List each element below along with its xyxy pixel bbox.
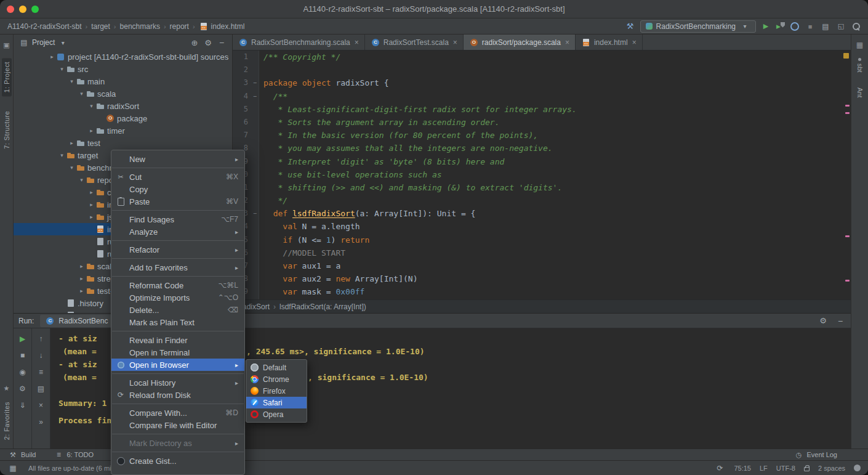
favorites-star-icon[interactable] bbox=[1, 383, 12, 394]
console-settings-icon[interactable]: ⚙ bbox=[17, 383, 28, 394]
stop-button[interactable] bbox=[805, 21, 816, 32]
tree-expander-icon[interactable]: ▸ bbox=[78, 275, 86, 282]
submenu-item-firefox[interactable]: Firefox bbox=[246, 385, 307, 397]
menu-item-cut[interactable]: Cut⌘X bbox=[111, 171, 244, 183]
tool-button-build[interactable]: Build bbox=[7, 449, 36, 460]
menu-item-add-to-favorites[interactable]: Add to Favorites▸ bbox=[111, 261, 244, 274]
tree-item-project-a1140-r2-radixsort-sbt-build-sources[interactable]: ▸project [A1140-r2-radixSort-sbt-build] … bbox=[14, 51, 232, 63]
menu-item-open-in-browser[interactable]: Open in Browser▸ bbox=[111, 359, 244, 371]
editor-tab-radixsort-package-scala[interactable]: radixSort/package.scala× bbox=[464, 35, 576, 50]
monitor-icon[interactable] bbox=[1, 39, 12, 51]
project-panel-title[interactable]: Project bbox=[32, 38, 55, 47]
navigate-up-icon[interactable]: ↑ bbox=[36, 333, 47, 344]
restore-layout-icon[interactable] bbox=[835, 21, 846, 32]
menu-item-analyze[interactable]: Analyze▸ bbox=[111, 225, 244, 238]
event-log-button[interactable]: Event Log bbox=[793, 449, 837, 460]
menu-item-reformat-code[interactable]: Reformat Code⌥⌘L bbox=[111, 279, 244, 291]
breadcrumb-item-target[interactable]: target bbox=[90, 22, 111, 31]
menu-item-reload-from-disk[interactable]: Reload from Disk bbox=[111, 389, 244, 401]
sync-icon[interactable] bbox=[714, 463, 725, 474]
breadcrumb-item-report[interactable]: report bbox=[169, 22, 190, 31]
more-actions-icon[interactable]: » bbox=[36, 416, 47, 428]
menu-item-optimize-imports[interactable]: Optimize Imports⌃⌥O bbox=[111, 291, 244, 304]
clear-console-icon[interactable]: × bbox=[36, 400, 47, 411]
submenu-item-default[interactable]: Default bbox=[246, 362, 307, 373]
submenu-item-safari[interactable]: Safari bbox=[246, 397, 307, 408]
tree-expander-icon[interactable]: ▾ bbox=[68, 164, 76, 171]
menu-item-delete[interactable]: Delete...⌫ bbox=[111, 304, 244, 316]
tool-button-todo[interactable]: 6: TODO bbox=[53, 449, 94, 460]
tree-item-radixsort[interactable]: ▾radixSort bbox=[14, 100, 232, 112]
close-tab-icon[interactable]: × bbox=[453, 38, 457, 47]
tree-expander-icon[interactable]: ▾ bbox=[58, 66, 66, 72]
code-area[interactable]: 1/** Copyright */23−package object radix… bbox=[233, 51, 851, 299]
change-marker[interactable] bbox=[845, 235, 850, 237]
indent-size[interactable]: 2 spaces bbox=[818, 465, 845, 472]
tree-expander-icon[interactable]: ▸ bbox=[68, 140, 76, 146]
menu-item-compare-file-with-editor[interactable]: Compare File with Editor bbox=[111, 419, 244, 431]
zoom-button[interactable] bbox=[31, 6, 39, 13]
editor-tab-index-html[interactable]: index.html× bbox=[576, 35, 643, 50]
tree-item-timer[interactable]: ▸timer bbox=[14, 124, 232, 137]
menu-item-new[interactable]: New▸ bbox=[111, 153, 244, 165]
fold-marker-icon[interactable]: − bbox=[251, 207, 259, 220]
menu-item-find-usages[interactable]: Find Usages⌥F7 bbox=[111, 213, 244, 225]
tree-expander-icon[interactable]: ▸ bbox=[87, 189, 95, 195]
tree-expander-icon[interactable]: ▾ bbox=[78, 177, 86, 183]
build-hammer-icon[interactable] bbox=[625, 21, 636, 32]
menu-item-open-in-terminal[interactable]: Open in Terminal bbox=[111, 346, 244, 359]
menu-item-local-history[interactable]: Local History▸ bbox=[111, 376, 244, 389]
rerun-button[interactable]: ▶ bbox=[17, 333, 28, 344]
line-ending[interactable]: LF bbox=[760, 465, 768, 472]
menu-item-paste[interactable]: Paste⌘V bbox=[111, 195, 244, 208]
inspection-indicator[interactable] bbox=[843, 53, 849, 59]
change-marker[interactable] bbox=[845, 112, 850, 114]
gear-icon[interactable] bbox=[203, 37, 214, 48]
menu-item-copy[interactable]: Copy bbox=[111, 183, 244, 195]
scroll-to-end-icon[interactable]: ⇓ bbox=[17, 400, 28, 411]
tree-expander-icon[interactable]: ▸ bbox=[87, 201, 95, 208]
caret-position[interactable]: 75:15 bbox=[734, 465, 751, 472]
run-button[interactable] bbox=[760, 21, 771, 32]
close-tab-icon[interactable]: × bbox=[632, 38, 637, 47]
menu-item-compare-with[interactable]: Compare With...⌘D bbox=[111, 407, 244, 419]
tree-expander-icon[interactable]: ▸ bbox=[78, 263, 86, 269]
breadcrumb-item-benchmarks[interactable]: benchmarks bbox=[119, 22, 161, 31]
locate-file-icon[interactable] bbox=[189, 37, 200, 48]
navigate-down-icon[interactable]: ↓ bbox=[36, 350, 47, 361]
dump-threads-icon[interactable]: ◉ bbox=[17, 367, 28, 378]
print-icon[interactable]: ▤ bbox=[36, 383, 47, 394]
tool-button-ant[interactable]: Ant bbox=[856, 87, 864, 98]
soft-wrap-icon[interactable]: ≡ bbox=[36, 367, 47, 378]
editor-tab-radixsorttest-scala[interactable]: RadixSortTest.scala× bbox=[365, 35, 464, 50]
menu-item-reveal-in-finder[interactable]: Reveal in Finder bbox=[111, 334, 244, 346]
lock-icon[interactable] bbox=[804, 467, 810, 471]
tree-expander-icon[interactable]: ▸ bbox=[87, 214, 95, 220]
grid-icon[interactable] bbox=[854, 39, 866, 51]
chevron-down-icon[interactable] bbox=[57, 37, 68, 48]
tool-windows-icon[interactable] bbox=[820, 21, 831, 32]
hector-icon[interactable] bbox=[854, 465, 861, 471]
tool-button-project[interactable]: 1: Project bbox=[2, 58, 12, 96]
tree-item-main[interactable]: ▾main bbox=[14, 75, 232, 87]
menu-item-refactor[interactable]: Refactor▸ bbox=[111, 243, 244, 256]
tree-expander-icon[interactable]: ▸ bbox=[48, 54, 56, 60]
tool-button-sbt[interactable]: sbt bbox=[856, 58, 864, 73]
close-button[interactable] bbox=[7, 6, 14, 13]
file-encoding[interactable]: UTF-8 bbox=[776, 465, 795, 472]
run-tab[interactable]: RadixSortBenc bbox=[40, 315, 113, 327]
tree-expander-icon[interactable]: ▾ bbox=[68, 78, 76, 84]
run-settings-gear-icon[interactable] bbox=[818, 315, 829, 327]
breadcrumb-member[interactable]: lsdfRadixSort(a: Array[Int]) bbox=[279, 302, 366, 311]
close-tab-icon[interactable]: × bbox=[355, 38, 359, 47]
profiler-button[interactable] bbox=[789, 21, 800, 32]
menu-item-create-gist[interactable]: Create Gist... bbox=[111, 455, 244, 467]
tree-expander-icon[interactable]: ▸ bbox=[78, 288, 86, 294]
run-config-select[interactable]: RadixSortBenchmarking bbox=[640, 20, 756, 33]
breadcrumb-item-a1140-r2-radixsort-sbt[interactable]: A1140-r2-radixSort-sbt bbox=[6, 22, 83, 31]
run-with-coverage-button[interactable] bbox=[776, 21, 785, 32]
breadcrumb-item-index-html[interactable]: index.html bbox=[198, 22, 246, 31]
menu-item-mark-as-plain-text[interactable]: Mark as Plain Text bbox=[111, 316, 244, 328]
change-marker[interactable] bbox=[845, 280, 850, 282]
stop-process-button[interactable]: ■ bbox=[17, 350, 28, 361]
